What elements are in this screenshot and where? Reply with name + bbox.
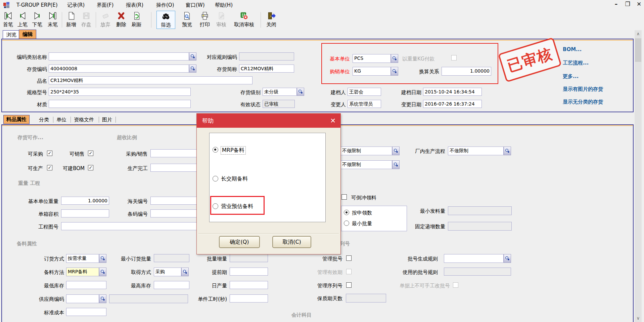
dialog-option-mrp-label[interactable]: MRP备料 — [221, 147, 245, 154]
menu-record[interactable]: 记录(R) — [67, 2, 85, 8]
max-stock-field[interactable] — [154, 281, 189, 289]
issue-by-request-radio[interactable] — [344, 210, 349, 215]
restrict-field-1[interactable]: 不做限制 — [340, 147, 392, 155]
dialog-close-icon[interactable]: ✕ — [330, 116, 336, 125]
prep-section-title: 备料属性 — [17, 241, 37, 247]
item-code-lookup-icon[interactable] — [189, 65, 196, 73]
item-code-field[interactable]: 400400008 — [49, 65, 189, 73]
lead-time-field[interactable] — [230, 268, 268, 276]
prep-method-field[interactable]: MRP备料 — [66, 268, 99, 276]
dialog-option-long-lead-radio[interactable] — [213, 176, 218, 182]
spec-model-field[interactable]: 250*240*35 — [49, 88, 191, 96]
min-order-batch-label: 最小订货批量 — [113, 256, 151, 262]
tab-images[interactable]: 图片 — [101, 116, 113, 124]
tab-unit[interactable]: 单位 — [56, 116, 67, 124]
factory-flow-field[interactable]: 不做限制 — [448, 147, 504, 155]
base-unit-lookup-icon[interactable] — [391, 54, 398, 63]
order-mode-field[interactable]: 按需求量 — [66, 254, 99, 263]
annotation-red-box-forecast-option — [210, 196, 265, 215]
tab-qualification-files[interactable]: 资格文件 — [73, 116, 95, 124]
menu-window[interactable]: 窗口(W) — [186, 2, 205, 8]
window-close-icon[interactable]: ✕ — [635, 1, 643, 9]
toolbar-refresh-button[interactable]: 刷新 — [130, 11, 144, 29]
toolbar-cancel-approve-button[interactable]: 取消审核 — [230, 11, 258, 29]
daily-output-field[interactable] — [230, 281, 268, 289]
base-unit-weight-field[interactable]: 1.00000 — [61, 197, 109, 205]
conversion-field[interactable]: 1.00000 — [442, 67, 491, 76]
toolbar-first-button[interactable]: 首笔 — [1, 11, 15, 29]
backflush-checkbox[interactable] — [341, 194, 347, 200]
vertical-scrollbar[interactable]: ∧ ∨ — [635, 30, 642, 322]
scroll-down-icon[interactable]: ∨ — [635, 315, 642, 322]
menu-report[interactable]: 报表(R) — [126, 2, 143, 8]
batch-rule-lookup-icon[interactable] — [504, 254, 511, 263]
restrict-field-2[interactable]: 不做限制 — [340, 160, 392, 169]
dialog-ok-button[interactable]: 确定(Q) — [219, 236, 260, 248]
toolbar-delete-button[interactable]: 删除 — [114, 11, 128, 29]
factory-flow-lookup-icon[interactable] — [504, 147, 511, 155]
order-mode-lookup-icon[interactable] — [99, 254, 106, 263]
menu-help[interactable]: 帮助(H) — [215, 2, 233, 8]
trade-unit-lookup-icon[interactable] — [391, 67, 398, 76]
unit-work-seconds-field[interactable] — [230, 294, 268, 303]
dialog-cancel-button[interactable]: 取消(C) — [272, 236, 311, 248]
toolbar-prev-button[interactable]: 上笔 — [15, 11, 30, 29]
can-build-bom-checkbox[interactable] — [88, 165, 93, 170]
toolbar-print-button[interactable]: 打印 — [197, 11, 212, 29]
dialog-option-mrp-radio[interactable] — [213, 147, 218, 153]
window-restore-icon[interactable]: ❐ — [623, 1, 632, 9]
toolbar-last-label: 末笔 — [45, 22, 60, 28]
new-doc-icon — [64, 11, 79, 22]
link-bom[interactable]: BOM... — [563, 46, 582, 52]
manage-batch-checkbox[interactable] — [346, 255, 352, 261]
product-name-label: 品名 — [29, 78, 47, 84]
link-process-flow[interactable]: 工艺流程... — [563, 60, 589, 66]
toolbar-filter-button[interactable]: 筛选 — [156, 11, 175, 29]
trade-unit-field[interactable]: KG — [353, 67, 391, 76]
supplier-code-lookup-icon[interactable] — [99, 294, 106, 303]
std-cost-field[interactable] — [66, 308, 106, 316]
link-show-items-with-images[interactable]: 显示有图片的存货 — [563, 86, 603, 92]
issue-min-batch-radio[interactable] — [344, 220, 349, 226]
manage-serial-checkbox[interactable] — [346, 282, 352, 288]
toolbar-next-button[interactable]: 下笔 — [30, 11, 44, 29]
item-short-name-field[interactable]: CR12MOV精料 — [239, 65, 294, 73]
tab-category[interactable]: 分类 — [38, 116, 50, 124]
restrict-field-2-lookup-icon[interactable] — [392, 160, 400, 169]
min-order-batch-field — [154, 254, 189, 262]
link-show-uncategorized-items[interactable]: 显示无分类的存货 — [563, 99, 603, 105]
stock-level-field[interactable]: 未分级 — [263, 88, 297, 96]
product-name-field[interactable]: CR12MOV精料 — [49, 76, 252, 84]
code-category-field[interactable] — [49, 52, 189, 61]
toolbar-preview-button[interactable]: 预览 — [178, 11, 196, 29]
scrollbar-thumb[interactable] — [635, 38, 641, 62]
toolbar-close-button[interactable]: 关闭 — [263, 11, 279, 29]
material-field[interactable] — [49, 100, 191, 108]
base-unit-field[interactable]: PCS — [353, 54, 391, 63]
supplier-code-field[interactable] — [66, 294, 99, 303]
can-purchase-checkbox[interactable] — [47, 151, 52, 156]
can-sell-checkbox[interactable] — [88, 151, 93, 156]
code-category-lookup-icon[interactable] — [189, 52, 196, 61]
toolbar-last-button[interactable]: 末笔 — [45, 11, 60, 29]
restrict-field-1-lookup-icon[interactable] — [392, 147, 400, 155]
tab-edit[interactable]: 编辑 — [19, 30, 36, 39]
menu-ui[interactable]: 界面(F) — [97, 2, 113, 8]
dialog-option-long-lead-label[interactable]: 长交期备料 — [221, 175, 248, 183]
acquire-mode-lookup-icon[interactable] — [181, 268, 189, 276]
link-more[interactable]: 更多... — [563, 73, 579, 80]
tab-material-props[interactable]: 料品属性 — [3, 115, 30, 124]
acquire-mode-field[interactable]: 采购 — [154, 268, 181, 276]
tab-browse[interactable]: 浏览 — [3, 30, 20, 39]
prep-method-lookup-icon[interactable] — [99, 268, 106, 276]
toolbar-new-button[interactable]: 新增 — [64, 11, 79, 29]
min-stock-field[interactable] — [66, 281, 106, 289]
menu-action[interactable]: 操作(O) — [156, 2, 174, 8]
batch-rule-field[interactable] — [444, 254, 504, 263]
window-minimize-icon[interactable]: – — [612, 1, 620, 9]
menu-app[interactable]: T-GROUP ERP(E) — [16, 2, 58, 8]
box-volume-field[interactable] — [61, 209, 109, 217]
scroll-up-icon[interactable]: ∧ — [635, 30, 642, 38]
can-produce-checkbox[interactable] — [47, 165, 52, 170]
stock-level-lookup-icon[interactable] — [297, 88, 304, 96]
